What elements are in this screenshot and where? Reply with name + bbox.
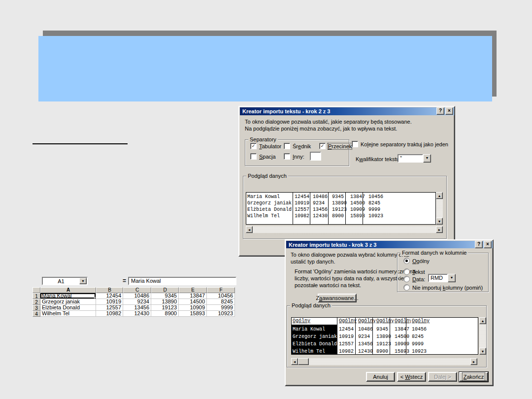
- help-icon[interactable]: ?: [436, 107, 444, 115]
- scroll-left-icon[interactable]: ◄: [291, 358, 298, 365]
- advanced-button[interactable]: Zaawansowane...: [318, 294, 357, 302]
- back-button[interactable]: < Wstecz: [397, 372, 426, 382]
- finish-button[interactable]: Zakończ: [459, 372, 488, 382]
- col-header-B[interactable]: B: [96, 287, 123, 293]
- cell-A2[interactable]: Grzegorz janiak: [40, 299, 96, 305]
- date-format-value: RMD: [428, 274, 448, 282]
- radio-unselected-icon[interactable]: [403, 268, 410, 275]
- format-date-radio[interactable]: Data:: [403, 276, 425, 282]
- row-header-3[interactable]: 3: [33, 305, 40, 311]
- column-type-header[interactable]: Ogólny: [338, 318, 357, 325]
- dialog2-titlebar[interactable]: Kreator importu tekstu - krok 3 z 3: [286, 241, 493, 248]
- cell-C1[interactable]: 10486: [123, 293, 151, 299]
- qualifier-value: ": [398, 154, 423, 163]
- inny-input[interactable]: [310, 152, 321, 161]
- cell-F1[interactable]: 10456: [207, 293, 235, 299]
- scroll-track[interactable]: [436, 199, 443, 218]
- przecinek-checkbox[interactable]: ✓ Przecinek: [319, 143, 352, 149]
- cell-B3[interactable]: 12557: [96, 305, 123, 311]
- qualifier-combobox[interactable]: " ▼: [398, 154, 431, 163]
- name-box[interactable]: A1 ▼: [42, 277, 88, 285]
- col-header-C[interactable]: C: [123, 287, 151, 293]
- cell-D3[interactable]: 19123: [151, 305, 179, 311]
- cell-F3[interactable]: 9999: [207, 305, 235, 311]
- cell-F2[interactable]: 8245: [207, 299, 235, 305]
- checkbox-unchecked-icon[interactable]: [284, 143, 290, 149]
- inny-checkbox[interactable]: Inny:: [284, 153, 304, 160]
- col-header-D[interactable]: D: [151, 287, 179, 293]
- cell-E4[interactable]: 15893: [179, 311, 207, 317]
- column-type-header[interactable]: Ogólny: [394, 318, 411, 325]
- srednik-checkbox[interactable]: Średnik: [284, 143, 311, 149]
- cell-B1[interactable]: 12454: [96, 293, 123, 299]
- chevron-down-icon[interactable]: ▼: [448, 274, 456, 282]
- dialog1-vertical-scrollbar[interactable]: ▲ ▼: [436, 192, 443, 225]
- col-header-E[interactable]: E: [179, 287, 207, 293]
- cell-C3[interactable]: 13456: [123, 305, 151, 311]
- spacja-checkbox[interactable]: Spacja: [250, 153, 276, 160]
- corner-cell[interactable]: [33, 287, 40, 293]
- dialog2-preview-table[interactable]: Ogólny Ogólny Ogólny Ogólny Ogólny Ogóln…: [291, 317, 478, 355]
- row-header-2[interactable]: 2: [33, 299, 40, 305]
- scroll-up-icon[interactable]: ▲: [479, 317, 486, 324]
- scroll-track[interactable]: [253, 226, 436, 233]
- cell-E2[interactable]: 14500: [179, 299, 207, 305]
- checkbox-unchecked-icon[interactable]: [250, 153, 257, 160]
- cell-D1[interactable]: 9345: [151, 293, 179, 299]
- dialog1-horizontal-scrollbar[interactable]: ◄ ►: [246, 226, 443, 233]
- format-text-radio[interactable]: Tekst: [403, 268, 425, 275]
- consecutive-separators-checkbox[interactable]: Kolejne separatory traktuj jako jeden: [352, 141, 448, 147]
- cell-D2[interactable]: 13890: [151, 299, 179, 305]
- dialog2-horizontal-scrollbar[interactable]: ◄ ►: [291, 358, 477, 365]
- col-header-F[interactable]: F: [207, 287, 235, 293]
- scroll-left-icon[interactable]: ◄: [246, 226, 253, 233]
- radio-unselected-icon[interactable]: [403, 276, 410, 282]
- column-type-header[interactable]: Ogólny: [411, 318, 478, 325]
- cell-E3[interactable]: 10909: [179, 305, 207, 311]
- col-header-A[interactable]: A: [40, 287, 96, 293]
- checkbox-checked-icon[interactable]: ✓: [319, 143, 326, 149]
- name-box-dropdown-icon[interactable]: ▼: [79, 278, 87, 284]
- preview-header-row[interactable]: Ogólny Ogólny Ogólny Ogólny Ogólny Ogóln…: [292, 318, 478, 325]
- radio-selected-icon[interactable]: [403, 258, 410, 264]
- cell-A1[interactable]: Maria Kowal: [40, 293, 96, 299]
- dialog1-preview-table[interactable]: Maria Kowal 12454 10486 9345 13847 10456…: [246, 192, 436, 225]
- cell-A3[interactable]: Elżbieta Donald: [40, 305, 96, 311]
- column-type-header[interactable]: Ogólny: [375, 318, 394, 325]
- scroll-right-icon[interactable]: ►: [470, 358, 477, 365]
- cell-C4[interactable]: 12430: [123, 311, 151, 317]
- cell-F4[interactable]: 10923: [207, 311, 235, 317]
- scroll-track[interactable]: [309, 358, 470, 365]
- scroll-track[interactable]: [479, 324, 486, 348]
- checkbox-unchecked-icon[interactable]: [352, 141, 358, 147]
- column-type-header[interactable]: Ogólny: [292, 318, 338, 325]
- close-icon[interactable]: ×: [445, 107, 453, 115]
- checkbox-checked-icon[interactable]: ✓: [250, 143, 257, 149]
- chevron-down-icon[interactable]: ▼: [423, 154, 431, 163]
- cancel-button[interactable]: Anuluj: [366, 372, 395, 382]
- radio-unselected-icon[interactable]: [403, 284, 410, 291]
- close-icon[interactable]: ×: [484, 241, 492, 248]
- cell-C2[interactable]: 9234: [123, 299, 151, 305]
- checkbox-unchecked-icon[interactable]: [284, 153, 290, 160]
- tabulator-checkbox[interactable]: ✓ Tabulator: [250, 143, 281, 149]
- scroll-up-icon[interactable]: ▲: [436, 192, 443, 199]
- row-header-1[interactable]: 1: [33, 293, 40, 299]
- cell-B4[interactable]: 10982: [96, 311, 123, 317]
- cell-B2[interactable]: 10919: [96, 299, 123, 305]
- formula-bar[interactable]: Maria Kowal: [128, 277, 236, 285]
- dialog2-vertical-scrollbar[interactable]: ▲ ▼: [479, 317, 486, 355]
- help-icon[interactable]: ?: [475, 241, 483, 248]
- cell-D4[interactable]: 8900: [151, 311, 179, 317]
- scroll-thumb[interactable]: [298, 358, 309, 365]
- row-header-4[interactable]: 4: [33, 311, 40, 317]
- cell-A4[interactable]: Wilhelm Tel: [40, 311, 96, 317]
- scroll-down-icon[interactable]: ▼: [436, 218, 443, 225]
- scroll-down-icon[interactable]: ▼: [479, 348, 486, 355]
- scroll-right-icon[interactable]: ►: [436, 226, 443, 233]
- format-skip-radio[interactable]: Nie importuj kolumny (pomiń): [403, 284, 483, 291]
- format-general-radio[interactable]: Ogólny: [403, 258, 430, 264]
- cell-E1[interactable]: 13847: [179, 293, 207, 299]
- date-format-combobox[interactable]: RMD ▼: [428, 274, 456, 282]
- dialog1-titlebar[interactable]: Kreator importu tekstu - krok 2 z 3: [240, 107, 454, 115]
